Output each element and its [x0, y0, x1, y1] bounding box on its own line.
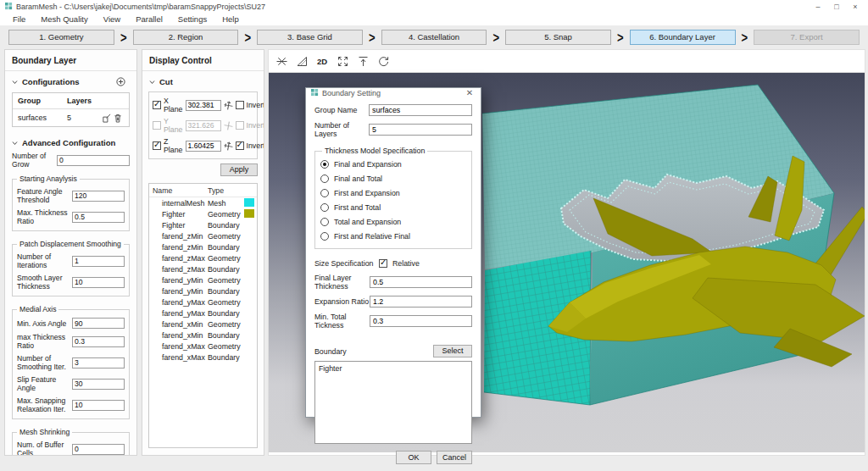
- list-item[interactable]: farend_xMinGeometry: [149, 319, 257, 330]
- step-base-grid[interactable]: 3. Base Grid: [257, 30, 363, 45]
- list-item[interactable]: farend_yMinBoundary: [149, 285, 257, 296]
- number-of-smoothing-iter-input[interactable]: [72, 357, 125, 368]
- radio-final-and-expansion[interactable]: Final and Expansion: [320, 160, 466, 169]
- advanced-configuration-header[interactable]: Advanced Configuration: [5, 132, 136, 152]
- edit-icon[interactable]: [100, 113, 112, 123]
- select-button[interactable]: Select: [433, 345, 472, 357]
- boundary-listbox[interactable]: Fighter: [314, 361, 472, 444]
- dialog-close-icon[interactable]: ✕: [464, 88, 476, 97]
- y-invert-label: Invert: [247, 121, 265, 130]
- configuration-row[interactable]: surfaces 5: [13, 109, 129, 126]
- radio-first-and-total[interactable]: First and Total: [320, 203, 466, 212]
- radio-final-and-total[interactable]: Final and Total: [320, 175, 466, 183]
- radio-icon[interactable]: [320, 160, 329, 169]
- z-plane-checkbox[interactable]: [153, 141, 161, 150]
- list-item[interactable]: Fighter Geometry: [149, 208, 257, 219]
- expansion-ratio-input[interactable]: [370, 296, 472, 308]
- step-snap[interactable]: 5. Snap: [505, 30, 611, 45]
- min-total-tickness-input[interactable]: [370, 315, 472, 327]
- list-item[interactable]: internalMesh Mesh: [149, 197, 257, 208]
- step-geometry[interactable]: 1. Geometry: [8, 30, 114, 45]
- final-layer-thickness-input[interactable]: [370, 276, 472, 288]
- list-item[interactable]: farend_yMaxBoundary: [149, 308, 257, 319]
- radio-first-and-expansion[interactable]: First and Expansion: [320, 189, 466, 197]
- fit-screen-icon[interactable]: [335, 53, 350, 69]
- number-of-grow-input[interactable]: [57, 155, 130, 166]
- ok-button[interactable]: OK: [396, 451, 431, 464]
- radio-icon[interactable]: [320, 232, 329, 241]
- list-item[interactable]: farend_zMinGeometry: [149, 230, 257, 241]
- step-boundary-layer[interactable]: 6. Boundary Layer: [630, 30, 736, 45]
- y-plane-row: Y Plane Invert: [153, 117, 253, 134]
- menu-help[interactable]: Help: [214, 14, 247, 24]
- number-of-layers-input[interactable]: [369, 124, 472, 136]
- list-item[interactable]: farend_xMaxGeometry: [149, 341, 257, 352]
- minimize-button[interactable]: –: [809, 3, 827, 11]
- group-name-input[interactable]: [369, 104, 472, 116]
- cancel-button[interactable]: Cancel: [437, 451, 472, 464]
- step-castellation[interactable]: 4. Castellation: [381, 30, 487, 45]
- radio-icon[interactable]: [320, 218, 329, 226]
- menu-mesh-quality[interactable]: Mesh Quality: [33, 14, 95, 24]
- min-axis-angle-input[interactable]: [72, 318, 125, 329]
- cut-section-header[interactable]: Cut: [142, 71, 264, 91]
- radio-icon[interactable]: [320, 175, 329, 183]
- x-invert-checkbox[interactable]: [236, 101, 244, 109]
- slip-feature-angle-input[interactable]: [72, 379, 125, 390]
- step-region[interactable]: 2. Region: [133, 30, 239, 45]
- smooth-layer-thickness-input[interactable]: [72, 277, 125, 288]
- max-thickness-ratio-label: Max. Thickness Ratio: [17, 208, 72, 225]
- list-item[interactable]: farend_yMinGeometry: [149, 274, 257, 285]
- x-plane-checkbox[interactable]: [153, 101, 161, 109]
- max-thickness-ratio-input[interactable]: [72, 212, 125, 223]
- 2d-mode-icon[interactable]: 2D: [314, 53, 330, 69]
- max-thickness-ratio2-label: max Thickness Ratio: [17, 333, 72, 350]
- configurations-section-header[interactable]: Configurations: [5, 71, 136, 91]
- menu-parallel[interactable]: Parallel: [128, 14, 170, 24]
- maximize-button[interactable]: □: [827, 3, 846, 11]
- radio-first-and-relative-final[interactable]: First and Relative Final: [320, 232, 466, 241]
- feature-angle-threshold-label: Feature Angle Threshold: [17, 187, 72, 204]
- y-plane-checkbox[interactable]: [153, 121, 161, 130]
- y-invert-checkbox: [236, 121, 244, 130]
- list-item[interactable]: farend_zMinBoundary: [149, 241, 257, 252]
- z-plane-pick-icon[interactable]: [224, 140, 233, 152]
- radio-icon[interactable]: [320, 189, 329, 197]
- y-plane-input[interactable]: [186, 120, 221, 131]
- relative-checkbox[interactable]: [379, 259, 387, 268]
- close-button[interactable]: ×: [846, 3, 865, 11]
- menu-view[interactable]: View: [96, 14, 128, 24]
- list-item[interactable]: farend_zMaxGeometry: [149, 252, 257, 263]
- z-invert-checkbox[interactable]: [236, 141, 244, 150]
- min-axis-angle-label: Min. Axis Angle: [17, 319, 72, 328]
- max-thickness-ratio2-input[interactable]: [72, 336, 125, 347]
- radio-total-and-expansion[interactable]: Total and Expansion: [320, 218, 466, 226]
- z-plane-input[interactable]: [186, 141, 221, 152]
- list-item[interactable]: FighterBoundary: [149, 219, 257, 230]
- x-plane-pick-icon[interactable]: [224, 99, 233, 111]
- perspective-ruler-icon[interactable]: [294, 53, 309, 69]
- max-snapping-relaxation-input[interactable]: [72, 400, 125, 411]
- top-view-icon[interactable]: [355, 53, 370, 69]
- number-of-iterations-input[interactable]: [72, 256, 125, 267]
- boundary-list-item[interactable]: Fighter: [319, 364, 468, 373]
- rotate-view-icon[interactable]: [376, 53, 391, 69]
- x-plane-input[interactable]: [186, 100, 221, 111]
- add-configuration-icon[interactable]: [116, 77, 125, 86]
- apply-button[interactable]: Apply: [220, 163, 258, 176]
- window-titlebar: BaramMesh - C:\Users\jakej\Documents\tmp…: [0, 0, 868, 13]
- axes-icon[interactable]: [274, 53, 289, 69]
- list-item[interactable]: farend_xMinBoundary: [149, 330, 257, 341]
- menu-settings[interactable]: Settings: [170, 14, 214, 24]
- list-item[interactable]: farend_xMaxBoundary: [149, 352, 257, 363]
- delete-icon[interactable]: [112, 113, 124, 123]
- list-item[interactable]: farend_yMaxGeometry: [149, 296, 257, 308]
- radio-icon[interactable]: [320, 203, 329, 212]
- feature-angle-threshold-input[interactable]: [72, 191, 125, 202]
- num-buffer-cells-input[interactable]: [72, 444, 125, 455]
- viewport-toolbar: 2D: [269, 50, 865, 72]
- chevron-down-icon: [12, 141, 18, 146]
- list-item[interactable]: farend_zMaxBoundary: [149, 263, 257, 274]
- chevron-right-icon: >: [369, 30, 376, 44]
- menu-file[interactable]: File: [5, 14, 33, 24]
